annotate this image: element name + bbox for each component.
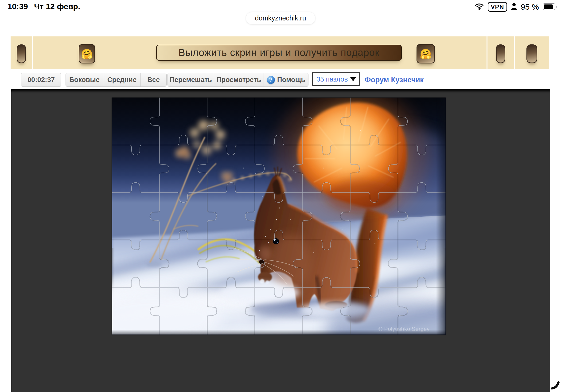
hug-emoji-icon: 🤗 — [420, 49, 432, 58]
piece-filter-group: Боковые Средние Все — [65, 73, 167, 87]
hug-emoji-button-left[interactable]: 🤗 — [79, 44, 95, 64]
status-bar-right: VPN 95 % — [475, 2, 555, 12]
banner-left-panel — [11, 36, 32, 69]
help-button[interactable]: ? Помощь — [264, 73, 308, 87]
status-time: 10:39 — [8, 2, 28, 11]
help-button-label: Помощь — [277, 76, 305, 84]
vpn-badge: VPN — [488, 2, 507, 12]
filter-middle-pieces-button[interactable]: Средние — [103, 73, 141, 87]
filter-edge-pieces-button[interactable]: Боковые — [66, 73, 103, 87]
preview-button[interactable]: Просмотреть — [214, 73, 264, 87]
banner-right-panel-1 — [487, 36, 514, 69]
hug-emoji-button-right[interactable]: 🤗 — [417, 44, 435, 64]
banner-pill-button[interactable] — [496, 44, 505, 63]
dropdown-arrow-icon — [350, 77, 356, 81]
pieces-count-select[interactable]: 35 пазлов — [312, 72, 360, 86]
promo-banner: 🤗 Выложить скрин игры и получить подарок… — [11, 36, 549, 69]
user-icon — [511, 3, 517, 11]
browser-url-pill[interactable]: domkyznechik.ru — [246, 12, 315, 24]
puzzle-actions-group: Перемешать Просмотреть ? Помощь — [168, 73, 308, 87]
banner-main-panel: 🤗 Выложить скрин игры и получить подарок… — [33, 36, 486, 69]
hug-emoji-icon: 🤗 — [81, 49, 93, 58]
banner-pill-button[interactable] — [17, 44, 26, 63]
status-bar-left: 10:39 Чт 12 февр. — [8, 2, 80, 11]
puzzle-timer: 00:02:37 — [21, 73, 61, 87]
filter-all-pieces-button[interactable]: Все — [141, 73, 166, 87]
status-date: Чт 12 февр. — [34, 2, 80, 11]
puzzle-image-squirrel: © Polyushko Sergey — [112, 98, 446, 335]
corner-arc-icon — [551, 380, 560, 390]
puzzle-board[interactable]: © Polyushko Sergey — [112, 98, 446, 335]
forum-link[interactable]: Форум Кузнечик — [365, 76, 424, 84]
game-area: © Polyushko Sergey — [11, 89, 550, 392]
shuffle-button[interactable]: Перемешать — [168, 73, 214, 87]
battery-percent: 95 % — [521, 2, 539, 11]
banner-right-panel-2 — [515, 36, 549, 69]
battery-icon — [543, 3, 555, 10]
wifi-icon — [475, 3, 484, 11]
banner-headline-button[interactable]: Выложить скрин игры и получить подарок — [156, 45, 402, 61]
banner-pill-button[interactable] — [527, 44, 537, 63]
help-question-icon: ? — [267, 76, 275, 84]
pieces-count-value: 35 пазлов — [316, 76, 350, 83]
